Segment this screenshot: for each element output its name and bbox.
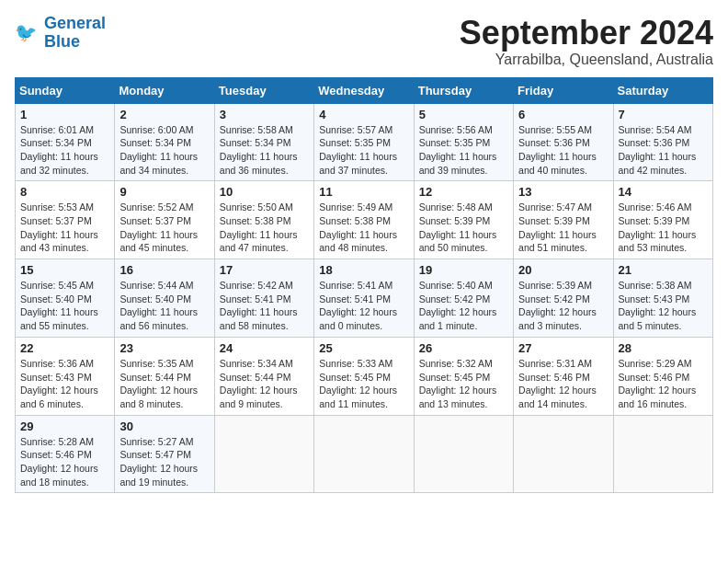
day-info: Sunrise: 5:39 AM Sunset: 5:42 PM Dayligh… (518, 279, 608, 333)
calendar-cell: 16Sunrise: 5:44 AM Sunset: 5:40 PM Dayli… (115, 259, 214, 338)
day-number: 15 (20, 263, 109, 277)
weekday-row: SundayMondayTuesdayWednesdayThursdayFrid… (16, 77, 713, 103)
day-number: 12 (419, 185, 508, 199)
calendar-cell (514, 415, 613, 493)
day-info: Sunrise: 5:28 AM Sunset: 5:46 PM Dayligh… (20, 435, 109, 489)
day-info: Sunrise: 5:27 AM Sunset: 5:47 PM Dayligh… (119, 435, 209, 489)
day-info: Sunrise: 5:54 AM Sunset: 5:36 PM Dayligh… (619, 123, 708, 178)
calendar-cell: 13Sunrise: 5:47 AM Sunset: 5:39 PM Dayli… (514, 181, 613, 259)
calendar-cell (613, 415, 712, 493)
calendar-cell: 10Sunrise: 5:50 AM Sunset: 5:38 PM Dayli… (214, 181, 313, 259)
day-number: 8 (20, 185, 109, 199)
calendar-cell: 21Sunrise: 5:38 AM Sunset: 5:43 PM Dayli… (613, 259, 712, 338)
day-info: Sunrise: 5:50 AM Sunset: 5:38 PM Dayligh… (220, 201, 309, 255)
calendar-cell: 26Sunrise: 5:32 AM Sunset: 5:45 PM Dayli… (414, 337, 513, 415)
location: Yarrabilba, Queensland, Australia (460, 52, 713, 68)
calendar-cell: 17Sunrise: 5:42 AM Sunset: 5:41 PM Dayli… (214, 259, 313, 338)
calendar-cell: 12Sunrise: 5:48 AM Sunset: 5:39 PM Dayli… (414, 181, 513, 259)
calendar-cell: 28Sunrise: 5:29 AM Sunset: 5:46 PM Dayli… (613, 337, 712, 415)
day-number: 24 (220, 341, 309, 355)
svg-text:🐦: 🐦 (15, 20, 38, 42)
day-number: 27 (518, 341, 608, 355)
calendar-header: SundayMondayTuesdayWednesdayThursdayFrid… (16, 77, 713, 103)
day-info: Sunrise: 5:53 AM Sunset: 5:37 PM Dayligh… (20, 201, 109, 255)
day-info: Sunrise: 5:47 AM Sunset: 5:39 PM Dayligh… (518, 201, 608, 255)
calendar-cell (314, 415, 414, 493)
day-number: 5 (419, 108, 508, 121)
day-info: Sunrise: 5:36 AM Sunset: 5:43 PM Dayligh… (20, 357, 109, 411)
calendar-week-row: 1Sunrise: 6:01 AM Sunset: 5:34 PM Daylig… (16, 103, 713, 181)
weekday-header: Friday (514, 77, 613, 103)
day-number: 30 (119, 419, 209, 433)
day-info: Sunrise: 5:44 AM Sunset: 5:40 PM Dayligh… (119, 279, 209, 333)
day-number: 1 (20, 108, 109, 121)
day-number: 3 (220, 108, 309, 121)
calendar-body: 1Sunrise: 6:01 AM Sunset: 5:34 PM Daylig… (16, 103, 713, 493)
weekday-header: Saturday (613, 77, 712, 103)
calendar-cell: 3Sunrise: 5:58 AM Sunset: 5:34 PM Daylig… (214, 103, 313, 181)
calendar-week-row: 22Sunrise: 5:36 AM Sunset: 5:43 PM Dayli… (16, 337, 713, 415)
calendar-cell: 20Sunrise: 5:39 AM Sunset: 5:42 PM Dayli… (514, 259, 613, 338)
day-number: 26 (419, 341, 508, 355)
day-number: 29 (20, 419, 109, 433)
day-info: Sunrise: 5:41 AM Sunset: 5:41 PM Dayligh… (319, 279, 408, 333)
calendar-cell: 27Sunrise: 5:31 AM Sunset: 5:46 PM Dayli… (514, 337, 613, 415)
day-info: Sunrise: 5:31 AM Sunset: 5:46 PM Dayligh… (518, 357, 608, 411)
day-number: 18 (319, 263, 408, 277)
calendar-cell: 4Sunrise: 5:57 AM Sunset: 5:35 PM Daylig… (314, 103, 414, 181)
logo: 🐦 General Blue (15, 15, 106, 52)
calendar-cell: 6Sunrise: 5:55 AM Sunset: 5:36 PM Daylig… (514, 103, 613, 181)
day-info: Sunrise: 5:34 AM Sunset: 5:44 PM Dayligh… (220, 357, 309, 411)
calendar-cell: 29Sunrise: 5:28 AM Sunset: 5:46 PM Dayli… (16, 415, 115, 493)
calendar-cell: 15Sunrise: 5:45 AM Sunset: 5:40 PM Dayli… (16, 259, 115, 338)
calendar-cell: 2Sunrise: 6:00 AM Sunset: 5:34 PM Daylig… (115, 103, 214, 181)
day-info: Sunrise: 5:56 AM Sunset: 5:35 PM Dayligh… (419, 123, 508, 178)
day-number: 28 (619, 341, 708, 355)
title-block: September 2024 Yarrabilba, Queensland, A… (460, 15, 713, 68)
weekday-header: Tuesday (214, 77, 313, 103)
day-info: Sunrise: 6:00 AM Sunset: 5:34 PM Dayligh… (119, 123, 209, 178)
calendar-week-row: 29Sunrise: 5:28 AM Sunset: 5:46 PM Dayli… (16, 415, 713, 493)
calendar-cell: 30Sunrise: 5:27 AM Sunset: 5:47 PM Dayli… (115, 415, 214, 493)
day-info: Sunrise: 5:48 AM Sunset: 5:39 PM Dayligh… (419, 201, 508, 255)
calendar-table: SundayMondayTuesdayWednesdayThursdayFrid… (15, 77, 713, 494)
day-number: 17 (220, 263, 309, 277)
page-header: 🐦 General Blue September 2024 Yarrabilba… (15, 15, 713, 68)
day-info: Sunrise: 5:35 AM Sunset: 5:44 PM Dayligh… (119, 357, 209, 411)
logo-icon: 🐦 (15, 20, 40, 46)
day-info: Sunrise: 5:49 AM Sunset: 5:38 PM Dayligh… (319, 201, 408, 255)
day-info: Sunrise: 5:42 AM Sunset: 5:41 PM Dayligh… (220, 279, 309, 333)
day-number: 6 (518, 108, 608, 121)
day-number: 2 (119, 108, 209, 121)
calendar-cell (414, 415, 513, 493)
day-info: Sunrise: 5:52 AM Sunset: 5:37 PM Dayligh… (119, 201, 209, 255)
day-info: Sunrise: 5:29 AM Sunset: 5:46 PM Dayligh… (619, 357, 708, 411)
day-number: 14 (619, 185, 708, 199)
day-info: Sunrise: 5:57 AM Sunset: 5:35 PM Dayligh… (319, 123, 408, 178)
calendar-cell: 1Sunrise: 6:01 AM Sunset: 5:34 PM Daylig… (16, 103, 115, 181)
day-number: 11 (319, 185, 408, 199)
day-number: 25 (319, 341, 408, 355)
weekday-header: Monday (115, 77, 214, 103)
weekday-header: Thursday (414, 77, 513, 103)
calendar-cell: 9Sunrise: 5:52 AM Sunset: 5:37 PM Daylig… (115, 181, 214, 259)
day-number: 13 (518, 185, 608, 199)
day-number: 23 (119, 341, 209, 355)
day-number: 9 (119, 185, 209, 199)
day-info: Sunrise: 5:32 AM Sunset: 5:45 PM Dayligh… (419, 357, 508, 411)
day-number: 10 (220, 185, 309, 199)
calendar-cell (214, 415, 313, 493)
calendar-week-row: 15Sunrise: 5:45 AM Sunset: 5:40 PM Dayli… (16, 259, 713, 338)
day-number: 7 (619, 108, 708, 121)
day-number: 4 (319, 108, 408, 121)
day-info: Sunrise: 6:01 AM Sunset: 5:34 PM Dayligh… (20, 123, 109, 178)
calendar-cell: 25Sunrise: 5:33 AM Sunset: 5:45 PM Dayli… (314, 337, 414, 415)
calendar-cell: 8Sunrise: 5:53 AM Sunset: 5:37 PM Daylig… (16, 181, 115, 259)
calendar-cell: 18Sunrise: 5:41 AM Sunset: 5:41 PM Dayli… (314, 259, 414, 338)
weekday-header: Wednesday (314, 77, 414, 103)
day-number: 21 (619, 263, 708, 277)
day-number: 16 (119, 263, 209, 277)
calendar-cell: 11Sunrise: 5:49 AM Sunset: 5:38 PM Dayli… (314, 181, 414, 259)
day-info: Sunrise: 5:38 AM Sunset: 5:43 PM Dayligh… (619, 279, 708, 333)
day-info: Sunrise: 5:58 AM Sunset: 5:34 PM Dayligh… (220, 123, 309, 178)
